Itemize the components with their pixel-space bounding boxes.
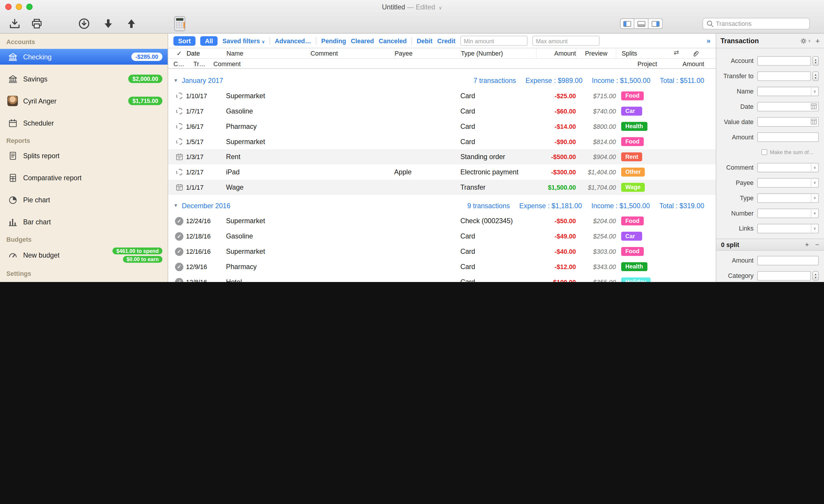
column-preview[interactable]: Preview bbox=[576, 48, 616, 58]
min-amount-input[interactable] bbox=[460, 36, 528, 46]
account-field[interactable] bbox=[757, 56, 811, 65]
category-tag[interactable]: Car bbox=[621, 232, 642, 240]
category-tag[interactable]: Food bbox=[621, 137, 644, 146]
column-amount[interactable]: Amount bbox=[536, 48, 576, 58]
month-group-header[interactable]: ▼December 20169 transactionsExpense : $1… bbox=[168, 198, 716, 213]
category-tag[interactable]: Holiday bbox=[621, 278, 650, 282]
column-transfer[interactable]: Tr… bbox=[194, 61, 206, 68]
type-combo[interactable]: ∨ bbox=[757, 193, 819, 203]
attachment-column-icon[interactable] bbox=[692, 50, 699, 57]
category-tag[interactable]: Wage bbox=[621, 183, 645, 192]
payee-combo[interactable]: ∨ bbox=[757, 178, 819, 187]
make-the-sum-of-checkbox[interactable] bbox=[761, 149, 767, 155]
toggle-sidebar-button[interactable] bbox=[620, 18, 634, 29]
amount-field[interactable] bbox=[757, 132, 819, 141]
column-status[interactable]: ✓ bbox=[172, 48, 186, 58]
transaction-row[interactable]: 1/10/17SupermarketCard-$25.00$715.00Food bbox=[168, 88, 716, 103]
advanced-filter-button[interactable]: Advanced… bbox=[275, 37, 311, 44]
number-combo[interactable]: ∨ bbox=[757, 208, 819, 218]
calculator-icon[interactable] bbox=[174, 16, 186, 32]
sidebar-item-scheduler[interactable]: Scheduler bbox=[0, 115, 168, 131]
print-button[interactable] bbox=[30, 17, 43, 30]
column-type[interactable]: Type (Number) bbox=[460, 48, 536, 58]
calendar-picker-icon[interactable] bbox=[809, 119, 818, 125]
import-button[interactable] bbox=[9, 17, 21, 30]
date-field[interactable] bbox=[757, 102, 819, 111]
category-field[interactable] bbox=[757, 271, 811, 280]
close-button[interactable] bbox=[5, 4, 11, 10]
sidebar-item-comparative-report[interactable]: Comparative report bbox=[0, 170, 168, 186]
category-tag[interactable]: Car bbox=[621, 107, 642, 116]
filter-cleared-button[interactable]: Cleared bbox=[351, 37, 374, 44]
category-tag[interactable]: Health bbox=[621, 122, 647, 131]
sidebar-item-bar-chart[interactable]: Bar chart bbox=[0, 214, 168, 230]
category-tag[interactable]: Health bbox=[621, 262, 647, 271]
column-splits[interactable]: Splits bbox=[616, 48, 637, 58]
calendar-picker-icon[interactable] bbox=[809, 103, 818, 109]
month-group-header[interactable]: ▼January 20177 transactionsExpense : $98… bbox=[168, 73, 716, 89]
column-split-amount[interactable]: Amount bbox=[683, 61, 704, 68]
column-checked[interactable]: C… bbox=[174, 61, 184, 68]
transaction-row[interactable]: ✓12/8/16HotelCard-$100.00$355.00Holiday bbox=[168, 274, 716, 282]
account-stepper[interactable]: ▲▼ bbox=[813, 56, 819, 65]
sidebar-item-pie-chart[interactable]: Pie chart bbox=[0, 192, 168, 208]
move-up-button[interactable] bbox=[125, 17, 138, 30]
minimize-button[interactable] bbox=[16, 4, 22, 10]
category-tag[interactable]: Food bbox=[621, 216, 644, 225]
transaction-row[interactable]: ✓12/18/16GasolineCard-$49.00$254.00Car bbox=[168, 228, 716, 244]
column-subcomment[interactable]: Comment bbox=[213, 61, 241, 68]
filter-pending-button[interactable]: Pending bbox=[321, 37, 346, 44]
category-tag[interactable]: Food bbox=[621, 247, 644, 256]
column-project[interactable]: Project bbox=[637, 61, 657, 68]
column-date[interactable]: Date bbox=[186, 48, 226, 58]
transfer-column-icon[interactable]: ⇄ bbox=[674, 49, 679, 56]
sidebar-item-synchronization[interactable]: Synchronization bbox=[0, 281, 168, 282]
comment-combo[interactable]: ∨ bbox=[757, 163, 819, 172]
category-tag[interactable]: Other bbox=[621, 168, 645, 177]
title-chevron-icon[interactable]: ∨ bbox=[438, 5, 442, 10]
transaction-row[interactable]: 1/6/17PharmacyCard-$14.00$800.00Health bbox=[168, 119, 716, 134]
sidebar-item-checking[interactable]: Checking-$285.00 bbox=[0, 49, 168, 65]
move-down-button[interactable] bbox=[102, 17, 115, 30]
category-tag[interactable]: Rent bbox=[621, 152, 642, 161]
name-combo[interactable]: ∨ bbox=[757, 86, 819, 96]
value-date-field[interactable] bbox=[757, 117, 819, 126]
add-split-button[interactable]: + bbox=[805, 240, 809, 248]
remove-split-button[interactable]: − bbox=[815, 240, 819, 248]
saved-filters-dropdown[interactable]: Saved filters ∨ bbox=[223, 37, 265, 44]
sort-button[interactable]: Sort bbox=[174, 36, 196, 45]
sidebar-item-cyril-anger[interactable]: Cyril Anger$1,715.00 bbox=[0, 93, 168, 109]
transaction-row[interactable]: 1/3/17RentStanding order-$500.00$904.00R… bbox=[168, 149, 716, 165]
transaction-row[interactable]: ✓12/9/16PharmacyCard-$12.00$343.00Health bbox=[168, 259, 716, 274]
download-circle-button[interactable] bbox=[78, 17, 90, 30]
transaction-row[interactable]: ✓12/16/16SupermarketCard-$40.00$303.00Fo… bbox=[168, 244, 716, 259]
inspector-add-button[interactable]: + bbox=[815, 36, 820, 45]
inspector-settings-button[interactable]: ∨ bbox=[800, 37, 811, 44]
sidebar-item-splits-report[interactable]: Splits report bbox=[0, 147, 168, 164]
column-name[interactable]: Name bbox=[226, 48, 310, 58]
sidebar-item-new-budget[interactable]: New budget$461.00 to spend$0.00 to earn bbox=[0, 246, 168, 264]
category-tag[interactable]: Food bbox=[621, 91, 644, 100]
toggle-bottom-pane-button[interactable] bbox=[634, 18, 648, 29]
column-payee[interactable]: Payee bbox=[394, 48, 460, 58]
toggle-inspector-button[interactable] bbox=[648, 18, 662, 29]
filter-credit-button[interactable]: Credit bbox=[437, 37, 455, 44]
filter-debit-button[interactable]: Debit bbox=[417, 37, 433, 44]
search-field[interactable] bbox=[703, 18, 810, 29]
filter-all-button[interactable]: All bbox=[200, 36, 218, 45]
transfer-to-stepper[interactable]: ▲▼ bbox=[813, 71, 819, 81]
disclosure-triangle-icon[interactable]: ▼ bbox=[174, 78, 178, 83]
sidebar-item-savings[interactable]: Savings$2,000.00 bbox=[0, 71, 168, 87]
max-amount-input[interactable] bbox=[532, 36, 600, 46]
links-combo[interactable]: ∨ bbox=[757, 223, 819, 233]
filter-canceled-button[interactable]: Canceled bbox=[379, 37, 407, 44]
transaction-row[interactable]: ✓12/24/16SupermarketCheck (0002345)-$50.… bbox=[168, 213, 716, 229]
column-comment[interactable]: Comment bbox=[310, 48, 394, 58]
transaction-row[interactable]: 1/1/17WageTransfer$1,500.00$1,704.00Wage bbox=[168, 180, 716, 195]
transaction-row[interactable]: 1/7/17GasolineCard-$60.00$740.00Car bbox=[168, 103, 716, 119]
disclosure-triangle-icon[interactable]: ▼ bbox=[174, 203, 178, 208]
transaction-row[interactable]: 1/2/17iPadAppleElectronic payment-$300.0… bbox=[168, 164, 716, 180]
transaction-row[interactable]: 1/5/17SupermarketCard-$90.00$814.00Food bbox=[168, 134, 716, 149]
more-filters-button[interactable]: » bbox=[707, 37, 711, 45]
category-stepper[interactable]: ▲▼ bbox=[813, 271, 819, 280]
